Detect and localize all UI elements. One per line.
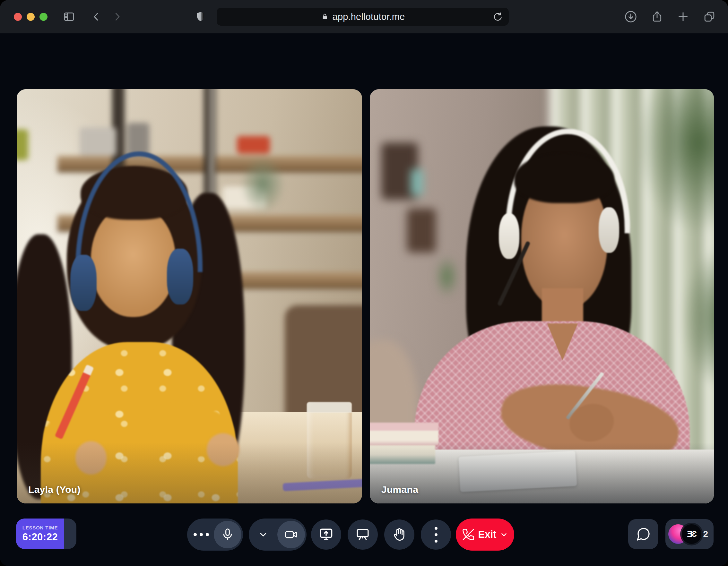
download-icon (624, 10, 637, 23)
chevron-left-icon (91, 11, 102, 22)
exit-label: Exit (478, 529, 497, 540)
ellipsis-icon (194, 533, 209, 536)
more-options-button[interactable] (187, 518, 215, 551)
lesson-time-label: LESSON TIME (22, 525, 58, 530)
lock-icon (321, 13, 329, 21)
share-icon (651, 10, 663, 23)
raise-hand-button[interactable] (384, 519, 414, 550)
tab-overview-button[interactable] (702, 10, 716, 24)
phone-off-icon (462, 528, 475, 541)
chat-bubble-icon (636, 527, 651, 542)
new-tab-button[interactable] (676, 10, 690, 24)
camera-options-button[interactable] (249, 518, 278, 551)
share-button[interactable] (650, 10, 664, 24)
chevron-right-icon (111, 11, 123, 22)
camera-icon (284, 527, 299, 542)
back-button[interactable] (89, 10, 103, 24)
microphone-button[interactable] (214, 521, 241, 548)
participants-button[interactable]: ƎƐ 2 (665, 519, 714, 549)
audio-control-group (187, 518, 243, 551)
tabs-icon (703, 10, 716, 23)
shield-icon (195, 11, 207, 23)
chevron-down-icon (258, 529, 269, 540)
video-tile-layla[interactable]: Layla (You) (17, 89, 362, 503)
video-control-group (249, 518, 307, 551)
microphone-icon (221, 527, 235, 542)
chevron-down-icon (500, 530, 508, 539)
screen-share-button[interactable] (311, 519, 341, 550)
whiteboard-button[interactable] (348, 519, 378, 550)
lesson-time-badge: LESSON TIME 6:20:22 (16, 518, 76, 549)
participant-avatar-logo: ƎƐ (682, 524, 701, 544)
browser-toolbar: app.hellotutor.me (0, 0, 728, 33)
exit-call-button[interactable]: Exit (456, 518, 514, 551)
lesson-time-value: 6:20:22 (22, 531, 58, 543)
layla-headphone-left (70, 255, 97, 310)
participant-name-label: Jumana (381, 484, 418, 495)
more-controls-button[interactable] (421, 519, 451, 550)
lesson-time-inner: LESSON TIME 6:20:22 (16, 518, 64, 549)
reload-button[interactable] (491, 11, 504, 23)
screen-share-icon (318, 527, 334, 542)
camera-button[interactable] (277, 521, 305, 548)
avatar-logo-glyph: ƎƐ (687, 529, 696, 539)
minimize-window-button[interactable] (27, 13, 35, 21)
url-text: app.hellotutor.me (333, 12, 405, 22)
chat-button[interactable] (628, 519, 658, 549)
reload-icon (493, 12, 503, 22)
layla-headphone-right (167, 249, 193, 304)
downloads-button[interactable] (624, 10, 638, 24)
participant-count: 2 (703, 519, 708, 549)
sidebar-icon (63, 10, 75, 23)
video-tile-jumana[interactable]: Jumana (370, 89, 714, 503)
privacy-shield-button[interactable] (194, 10, 208, 24)
kebab-menu-icon (435, 527, 438, 543)
fullscreen-window-button[interactable] (39, 13, 48, 21)
sidebar-toggle-button[interactable] (62, 10, 76, 24)
juice-glass-rim (307, 402, 352, 413)
close-window-button[interactable] (14, 13, 22, 21)
jumana-headset-earcup (499, 213, 519, 259)
raise-hand-icon (392, 527, 407, 542)
address-bar[interactable]: app.hellotutor.me (217, 8, 509, 26)
forward-button[interactable] (110, 10, 124, 24)
whiteboard-icon (355, 527, 370, 542)
tile-bottom-gradient (370, 442, 714, 503)
participant-name-label: Layla (You) (28, 484, 81, 495)
plus-icon (677, 10, 689, 23)
browser-window: app.hellotutor.me (0, 0, 728, 566)
